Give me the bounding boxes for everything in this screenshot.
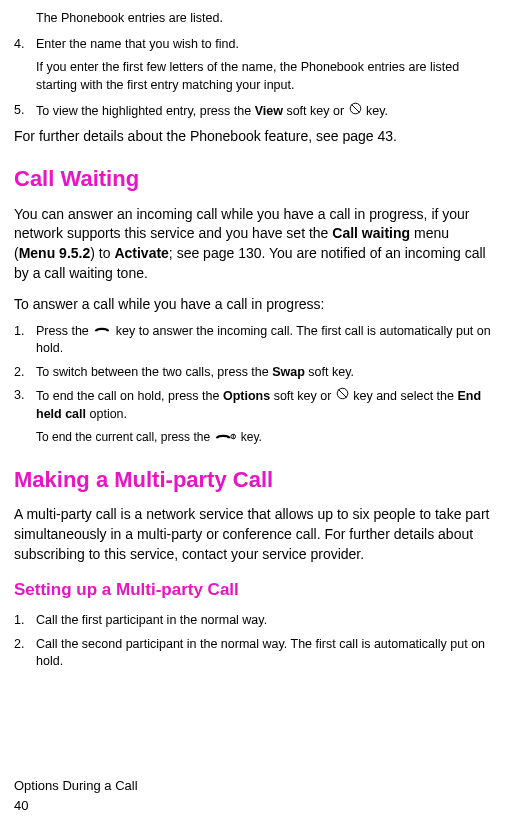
step-5-text: To view the highlighted entry, press the… bbox=[36, 102, 493, 121]
cw-step-2-num: 2. bbox=[14, 364, 36, 382]
call-waiting-heading: Call Waiting bbox=[14, 164, 493, 195]
phone-icon bbox=[93, 323, 111, 341]
mp-step-1: 1. Call the first participant in the nor… bbox=[14, 612, 493, 630]
cw-step-3-note: To end the current call, press the key. bbox=[36, 429, 493, 446]
multiparty-para: A multi-party call is a network service … bbox=[14, 505, 493, 564]
phonebook-listed: The Phonebook entries are listed. bbox=[36, 10, 493, 28]
cw-step-1: 1. Press the key to answer the incoming … bbox=[14, 323, 493, 358]
cw-step-3: 3. To end the call on hold, press the Op… bbox=[14, 387, 493, 423]
cw-step-3-text: To end the call on hold, press the Optio… bbox=[36, 387, 493, 423]
step-4-note: If you enter the first few letters of th… bbox=[36, 59, 493, 94]
mp-step-1-text: Call the first participant in the normal… bbox=[36, 612, 493, 630]
step-4-num: 4. bbox=[14, 36, 36, 54]
footer-section: Options During a Call bbox=[14, 777, 138, 795]
call-waiting-para: You can answer an incoming call while yo… bbox=[14, 205, 493, 283]
mp-step-2-num: 2. bbox=[14, 636, 36, 671]
multiparty-heading: Making a Multi-party Call bbox=[14, 465, 493, 496]
phonebook-details: For further details about the Phonebook … bbox=[14, 127, 493, 147]
step-5-num: 5. bbox=[14, 102, 36, 121]
footer-page-number: 40 bbox=[14, 797, 138, 815]
cw-step-2: 2. To switch between the two calls, pres… bbox=[14, 364, 493, 382]
page-footer: Options During a Call 40 bbox=[14, 777, 138, 815]
cw-step-3-num: 3. bbox=[14, 387, 36, 423]
cw-step-1-text: Press the key to answer the incoming cal… bbox=[36, 323, 493, 358]
step-4: 4. Enter the name that you wish to find. bbox=[14, 36, 493, 54]
step-4-text: Enter the name that you wish to find. bbox=[36, 36, 493, 54]
cw-step-1-num: 1. bbox=[14, 323, 36, 358]
ok-icon bbox=[336, 387, 349, 406]
end-call-icon bbox=[214, 430, 236, 447]
mp-step-2-text: Call the second participant in the norma… bbox=[36, 636, 493, 671]
mp-step-2: 2. Call the second participant in the no… bbox=[14, 636, 493, 671]
cw-step-2-text: To switch between the two calls, press t… bbox=[36, 364, 493, 382]
call-waiting-intro: To answer a call while you have a call i… bbox=[14, 295, 493, 315]
step-5: 5. To view the highlighted entry, press … bbox=[14, 102, 493, 121]
ok-icon bbox=[349, 102, 362, 121]
multiparty-setup-heading: Setting up a Multi-party Call bbox=[14, 578, 493, 602]
mp-step-1-num: 1. bbox=[14, 612, 36, 630]
